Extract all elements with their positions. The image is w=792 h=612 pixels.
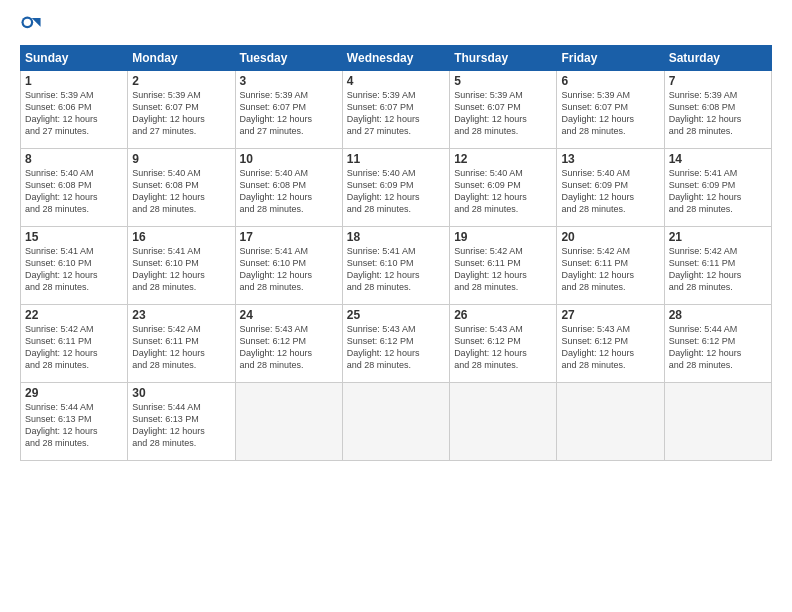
- day-info: Sunrise: 5:44 AM Sunset: 6:13 PM Dayligh…: [25, 401, 123, 450]
- calendar-cell: [557, 383, 664, 461]
- calendar-cell: 10Sunrise: 5:40 AM Sunset: 6:08 PM Dayli…: [235, 149, 342, 227]
- day-number: 28: [669, 308, 767, 322]
- calendar-cell: 6Sunrise: 5:39 AM Sunset: 6:07 PM Daylig…: [557, 71, 664, 149]
- calendar-cell: 20Sunrise: 5:42 AM Sunset: 6:11 PM Dayli…: [557, 227, 664, 305]
- calendar-cell: 3Sunrise: 5:39 AM Sunset: 6:07 PM Daylig…: [235, 71, 342, 149]
- calendar-cell: 5Sunrise: 5:39 AM Sunset: 6:07 PM Daylig…: [450, 71, 557, 149]
- week-row-5: 29Sunrise: 5:44 AM Sunset: 6:13 PM Dayli…: [21, 383, 772, 461]
- day-info: Sunrise: 5:41 AM Sunset: 6:10 PM Dayligh…: [240, 245, 338, 294]
- calendar-cell: [342, 383, 449, 461]
- weekday-header-row: SundayMondayTuesdayWednesdayThursdayFrid…: [21, 46, 772, 71]
- logo: [20, 15, 44, 37]
- day-number: 11: [347, 152, 445, 166]
- week-row-3: 15Sunrise: 5:41 AM Sunset: 6:10 PM Dayli…: [21, 227, 772, 305]
- day-info: Sunrise: 5:42 AM Sunset: 6:11 PM Dayligh…: [454, 245, 552, 294]
- logo-icon: [20, 15, 42, 37]
- day-info: Sunrise: 5:41 AM Sunset: 6:10 PM Dayligh…: [25, 245, 123, 294]
- day-info: Sunrise: 5:40 AM Sunset: 6:09 PM Dayligh…: [347, 167, 445, 216]
- weekday-header-thursday: Thursday: [450, 46, 557, 71]
- day-info: Sunrise: 5:39 AM Sunset: 6:08 PM Dayligh…: [669, 89, 767, 138]
- day-info: Sunrise: 5:42 AM Sunset: 6:11 PM Dayligh…: [561, 245, 659, 294]
- day-info: Sunrise: 5:40 AM Sunset: 6:08 PM Dayligh…: [25, 167, 123, 216]
- weekday-header-friday: Friday: [557, 46, 664, 71]
- day-info: Sunrise: 5:41 AM Sunset: 6:10 PM Dayligh…: [347, 245, 445, 294]
- day-number: 3: [240, 74, 338, 88]
- day-info: Sunrise: 5:43 AM Sunset: 6:12 PM Dayligh…: [347, 323, 445, 372]
- day-number: 19: [454, 230, 552, 244]
- calendar-cell: 4Sunrise: 5:39 AM Sunset: 6:07 PM Daylig…: [342, 71, 449, 149]
- calendar-cell: 1Sunrise: 5:39 AM Sunset: 6:06 PM Daylig…: [21, 71, 128, 149]
- day-number: 23: [132, 308, 230, 322]
- weekday-header-wednesday: Wednesday: [342, 46, 449, 71]
- calendar-cell: 27Sunrise: 5:43 AM Sunset: 6:12 PM Dayli…: [557, 305, 664, 383]
- calendar-cell: 7Sunrise: 5:39 AM Sunset: 6:08 PM Daylig…: [664, 71, 771, 149]
- weekday-header-monday: Monday: [128, 46, 235, 71]
- day-info: Sunrise: 5:43 AM Sunset: 6:12 PM Dayligh…: [561, 323, 659, 372]
- day-number: 15: [25, 230, 123, 244]
- header-area: [20, 15, 772, 37]
- day-number: 27: [561, 308, 659, 322]
- day-number: 30: [132, 386, 230, 400]
- day-number: 17: [240, 230, 338, 244]
- day-number: 25: [347, 308, 445, 322]
- calendar-cell: 25Sunrise: 5:43 AM Sunset: 6:12 PM Dayli…: [342, 305, 449, 383]
- day-info: Sunrise: 5:39 AM Sunset: 6:07 PM Dayligh…: [561, 89, 659, 138]
- day-number: 7: [669, 74, 767, 88]
- day-number: 14: [669, 152, 767, 166]
- calendar-cell: [235, 383, 342, 461]
- day-info: Sunrise: 5:39 AM Sunset: 6:07 PM Dayligh…: [347, 89, 445, 138]
- calendar-cell: 11Sunrise: 5:40 AM Sunset: 6:09 PM Dayli…: [342, 149, 449, 227]
- day-info: Sunrise: 5:42 AM Sunset: 6:11 PM Dayligh…: [132, 323, 230, 372]
- day-info: Sunrise: 5:40 AM Sunset: 6:09 PM Dayligh…: [561, 167, 659, 216]
- day-number: 21: [669, 230, 767, 244]
- day-number: 4: [347, 74, 445, 88]
- calendar-cell: 14Sunrise: 5:41 AM Sunset: 6:09 PM Dayli…: [664, 149, 771, 227]
- calendar-cell: 2Sunrise: 5:39 AM Sunset: 6:07 PM Daylig…: [128, 71, 235, 149]
- calendar-cell: 21Sunrise: 5:42 AM Sunset: 6:11 PM Dayli…: [664, 227, 771, 305]
- calendar-cell: 30Sunrise: 5:44 AM Sunset: 6:13 PM Dayli…: [128, 383, 235, 461]
- day-info: Sunrise: 5:42 AM Sunset: 6:11 PM Dayligh…: [25, 323, 123, 372]
- day-number: 20: [561, 230, 659, 244]
- day-number: 12: [454, 152, 552, 166]
- day-info: Sunrise: 5:40 AM Sunset: 6:09 PM Dayligh…: [454, 167, 552, 216]
- day-info: Sunrise: 5:40 AM Sunset: 6:08 PM Dayligh…: [132, 167, 230, 216]
- weekday-header-saturday: Saturday: [664, 46, 771, 71]
- calendar-cell: 26Sunrise: 5:43 AM Sunset: 6:12 PM Dayli…: [450, 305, 557, 383]
- calendar-cell: 22Sunrise: 5:42 AM Sunset: 6:11 PM Dayli…: [21, 305, 128, 383]
- day-info: Sunrise: 5:44 AM Sunset: 6:13 PM Dayligh…: [132, 401, 230, 450]
- page: SundayMondayTuesdayWednesdayThursdayFrid…: [0, 0, 792, 612]
- day-number: 24: [240, 308, 338, 322]
- day-number: 16: [132, 230, 230, 244]
- day-number: 10: [240, 152, 338, 166]
- calendar-cell: 18Sunrise: 5:41 AM Sunset: 6:10 PM Dayli…: [342, 227, 449, 305]
- calendar-cell: 9Sunrise: 5:40 AM Sunset: 6:08 PM Daylig…: [128, 149, 235, 227]
- calendar-cell: 12Sunrise: 5:40 AM Sunset: 6:09 PM Dayli…: [450, 149, 557, 227]
- day-number: 26: [454, 308, 552, 322]
- day-info: Sunrise: 5:39 AM Sunset: 6:07 PM Dayligh…: [454, 89, 552, 138]
- day-info: Sunrise: 5:41 AM Sunset: 6:09 PM Dayligh…: [669, 167, 767, 216]
- calendar-cell: 28Sunrise: 5:44 AM Sunset: 6:12 PM Dayli…: [664, 305, 771, 383]
- day-info: Sunrise: 5:39 AM Sunset: 6:07 PM Dayligh…: [132, 89, 230, 138]
- calendar-cell: 23Sunrise: 5:42 AM Sunset: 6:11 PM Dayli…: [128, 305, 235, 383]
- calendar-cell: 24Sunrise: 5:43 AM Sunset: 6:12 PM Dayli…: [235, 305, 342, 383]
- day-number: 5: [454, 74, 552, 88]
- calendar-cell: 16Sunrise: 5:41 AM Sunset: 6:10 PM Dayli…: [128, 227, 235, 305]
- day-number: 2: [132, 74, 230, 88]
- day-number: 9: [132, 152, 230, 166]
- day-number: 18: [347, 230, 445, 244]
- day-info: Sunrise: 5:40 AM Sunset: 6:08 PM Dayligh…: [240, 167, 338, 216]
- day-info: Sunrise: 5:39 AM Sunset: 6:06 PM Dayligh…: [25, 89, 123, 138]
- week-row-4: 22Sunrise: 5:42 AM Sunset: 6:11 PM Dayli…: [21, 305, 772, 383]
- day-info: Sunrise: 5:43 AM Sunset: 6:12 PM Dayligh…: [240, 323, 338, 372]
- calendar-cell: 8Sunrise: 5:40 AM Sunset: 6:08 PM Daylig…: [21, 149, 128, 227]
- calendar-cell: 29Sunrise: 5:44 AM Sunset: 6:13 PM Dayli…: [21, 383, 128, 461]
- calendar-cell: 19Sunrise: 5:42 AM Sunset: 6:11 PM Dayli…: [450, 227, 557, 305]
- day-info: Sunrise: 5:41 AM Sunset: 6:10 PM Dayligh…: [132, 245, 230, 294]
- calendar-cell: 17Sunrise: 5:41 AM Sunset: 6:10 PM Dayli…: [235, 227, 342, 305]
- day-info: Sunrise: 5:42 AM Sunset: 6:11 PM Dayligh…: [669, 245, 767, 294]
- weekday-header-tuesday: Tuesday: [235, 46, 342, 71]
- day-info: Sunrise: 5:43 AM Sunset: 6:12 PM Dayligh…: [454, 323, 552, 372]
- day-number: 1: [25, 74, 123, 88]
- day-info: Sunrise: 5:39 AM Sunset: 6:07 PM Dayligh…: [240, 89, 338, 138]
- week-row-1: 1Sunrise: 5:39 AM Sunset: 6:06 PM Daylig…: [21, 71, 772, 149]
